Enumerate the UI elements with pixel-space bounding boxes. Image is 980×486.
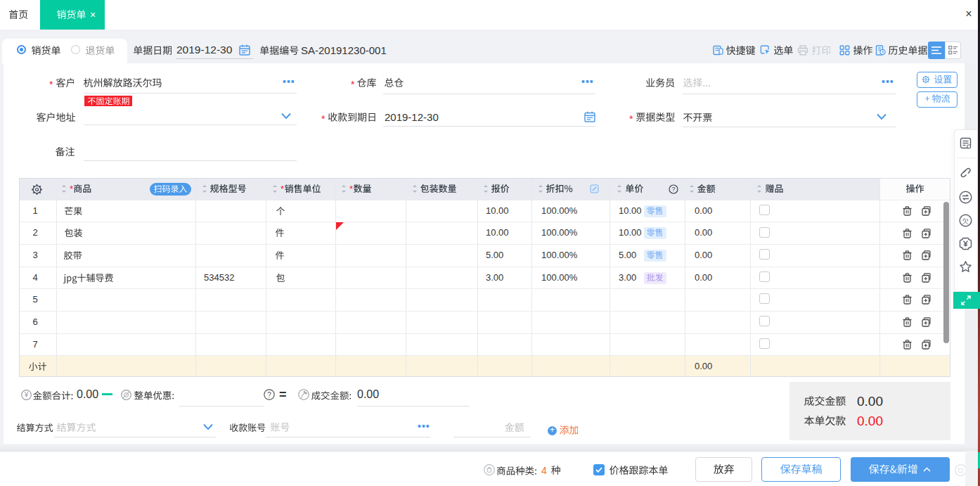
svg-text:?: ? — [671, 186, 675, 193]
svg-text:?: ? — [267, 391, 271, 399]
svg-text:¥: ¥ — [24, 391, 29, 399]
